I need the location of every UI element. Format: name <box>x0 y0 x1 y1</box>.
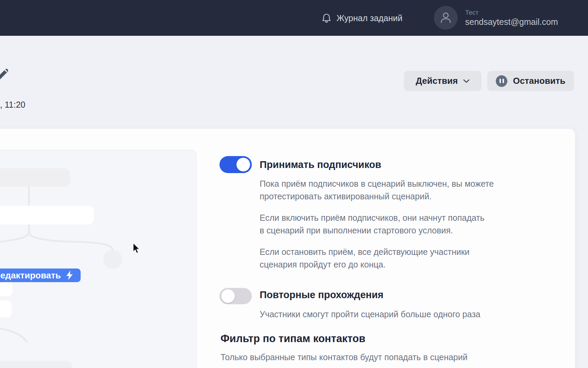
user-account-button[interactable]: Тест sendsaytest@gmail.com <box>434 6 558 30</box>
edit-pencil-icon[interactable] <box>0 67 10 80</box>
flow-node-circle <box>103 250 122 269</box>
text-line: протестировать активированный сценарий. <box>260 190 494 203</box>
lightning-icon <box>66 271 73 280</box>
repeat-passes-toggle[interactable] <box>219 288 252 304</box>
flow-node <box>0 361 72 368</box>
accept-subscribers-toggle[interactable] <box>219 156 252 173</box>
stop-button[interactable]: Остановить <box>487 71 574 91</box>
avatar <box>434 6 458 30</box>
stop-button-label: Остановить <box>513 76 565 86</box>
task-log-button[interactable]: Журнал заданий <box>322 0 403 36</box>
accept-description-3: Если остановить приём, все действующие у… <box>260 246 470 271</box>
user-email: sendsaytest@gmail.com <box>465 17 558 27</box>
top-navigation-bar: Журнал заданий Тест sendsaytest@gmail.co… <box>0 0 588 36</box>
app-screen: Журнал заданий Тест sendsaytest@gmail.co… <box>0 0 588 368</box>
contact-filter-description: Только выбранные типы контактов будут по… <box>220 352 468 363</box>
text-line: Пока приём подписчиков в сценарий выключ… <box>260 178 494 190</box>
user-icon <box>440 11 452 24</box>
accept-subscribers-label: Принимать подписчиков <box>260 159 381 170</box>
accept-description-2: Если включить приём подписчиков, они нач… <box>260 212 485 237</box>
text-line: Если остановить приём, все действующие у… <box>260 246 470 258</box>
accept-description-1: Пока приём подписчиков в сценарий выключ… <box>260 178 494 203</box>
toggle-knob <box>236 158 250 171</box>
text-line: Если включить приём подписчиков, они нач… <box>260 212 485 224</box>
scenario-preview-panel: едактировать <box>0 150 197 368</box>
task-log-label: Журнал заданий <box>337 13 403 23</box>
actions-button-label: Действия <box>416 76 458 86</box>
pause-icon <box>496 75 507 87</box>
chevron-down-icon <box>463 79 470 83</box>
repeat-passes-description: Участники смогут пройти сценарий больше … <box>260 309 480 320</box>
contact-filter-title: Фильтр по типам контактов <box>220 333 365 345</box>
bell-icon[interactable] <box>322 13 331 23</box>
actions-button[interactable]: Действия <box>404 71 481 91</box>
text-line: в сценарий при выполнении стартового усл… <box>260 224 485 237</box>
flow-node <box>0 206 94 225</box>
edit-scenario-button[interactable]: едактировать <box>0 269 81 282</box>
text-line: сценария пройдут его до конца. <box>260 258 470 271</box>
edit-scenario-label: едактировать <box>0 270 61 281</box>
toggle-knob <box>221 289 235 303</box>
user-info: Тест sendsaytest@gmail.com <box>465 9 558 27</box>
user-name: Тест <box>465 9 558 17</box>
flow-node <box>0 300 12 317</box>
scenario-start-datetime: 3, 11:20 <box>0 100 26 110</box>
repeat-passes-label: Повторные прохождения <box>260 289 383 301</box>
flow-node <box>0 168 70 187</box>
mouse-cursor <box>133 243 140 254</box>
